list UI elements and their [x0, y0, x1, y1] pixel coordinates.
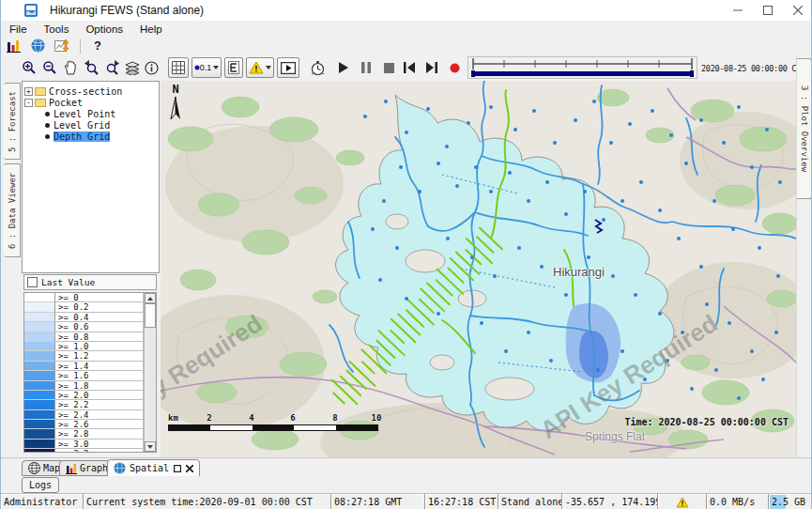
- legend-row[interactable]: >= 3.0: [24, 440, 144, 449]
- menu-help[interactable]: Help: [131, 23, 171, 36]
- legend-row[interactable]: >= 1.4: [24, 362, 144, 371]
- tree-item-depth-grid[interactable]: Depth Grid: [23, 131, 159, 142]
- folder-icon: [35, 99, 46, 107]
- legend-swatch: [24, 440, 55, 449]
- tree-item-cross-section[interactable]: + Cross-section: [23, 85, 159, 97]
- stop-button[interactable]: [380, 60, 397, 75]
- zoom-next-icon[interactable]: [102, 59, 121, 76]
- legend-row[interactable]: >= 1.2: [24, 351, 144, 361]
- tab-forecast[interactable]: 5 : Forecast: [4, 83, 21, 160]
- logs-button[interactable]: Logs: [22, 477, 59, 493]
- legend-swatch: [24, 410, 55, 420]
- last-frame-button[interactable]: [423, 60, 440, 75]
- scroll-down-button[interactable]: [145, 441, 156, 452]
- legend-row[interactable]: >= 1.6: [24, 371, 144, 380]
- help-icon[interactable]: ?: [86, 39, 109, 53]
- legend-label: >= 1.2: [55, 351, 144, 361]
- pan-hand-icon[interactable]: [61, 59, 80, 76]
- legend-row[interactable]: >= 2.6: [24, 420, 144, 429]
- timer-icon[interactable]: [307, 58, 328, 77]
- main-toolbar: ?: [1, 37, 812, 55]
- menu-tools[interactable]: Tools: [36, 23, 78, 36]
- scale-tick: 6: [290, 413, 295, 423]
- record-button[interactable]: [446, 60, 463, 75]
- menu-options[interactable]: Options: [77, 23, 131, 36]
- bullet-icon: [45, 112, 50, 116]
- legend-label: >= 3.2: [55, 449, 144, 453]
- globe-icon[interactable]: [25, 39, 50, 53]
- scroll-thumb[interactable]: [145, 303, 156, 328]
- legend-row[interactable]: >= 3.2: [24, 449, 144, 453]
- legend-swatch: [24, 449, 55, 453]
- app-icon: [24, 4, 38, 17]
- legend-row[interactable]: >= 2.2: [24, 400, 144, 409]
- warning-icon: [249, 61, 264, 74]
- scroll-up-button[interactable]: [145, 293, 156, 303]
- place-label-hikurangi: Hikurangi: [553, 265, 605, 279]
- interval-dropdown[interactable]: 0.1: [192, 57, 222, 78]
- menu-file[interactable]: File: [1, 23, 36, 36]
- minimize-button[interactable]: [723, 0, 753, 21]
- collapse-icon[interactable]: -: [24, 99, 33, 107]
- tree-item-label: Depth Grid: [54, 131, 110, 142]
- undock-tab-button[interactable]: [174, 465, 181, 472]
- checkbox-icon[interactable]: [27, 277, 38, 287]
- bar-chart-icon: [66, 463, 77, 474]
- spatial-display-icon[interactable]: [50, 39, 74, 53]
- tab-spatial[interactable]: Spatial: [107, 459, 200, 477]
- maximize-button[interactable]: [753, 0, 783, 21]
- zoom-previous-icon[interactable]: [82, 59, 100, 76]
- status-memory: 2.5 GB: [769, 494, 812, 509]
- legend-swatch: [24, 313, 55, 322]
- scale-tick: 2: [207, 413, 211, 423]
- status-local-time: 16:27:18 CST: [425, 494, 498, 509]
- pause-button[interactable]: [358, 60, 375, 75]
- last-value-checkbox[interactable]: Last Value: [23, 274, 157, 290]
- legend-row[interactable]: >= 2.0: [24, 391, 144, 400]
- tree-item-level-grid[interactable]: Level Grid: [23, 119, 159, 131]
- status-gmt-time: 08:27:18 GMT: [331, 494, 425, 509]
- zoom-in-icon[interactable]: [20, 59, 38, 76]
- legend-row[interactable]: >= 0.4: [24, 313, 144, 322]
- info-icon[interactable]: [142, 59, 161, 76]
- legend-row[interactable]: >= 0: [24, 293, 144, 302]
- timeseries-display-icon[interactable]: [1, 39, 25, 53]
- title-bar: Hikurangi FEWS (Stand alone): [1, 0, 812, 22]
- map-viewport[interactable]: N API Key Required API Key Required Hiku…: [161, 81, 796, 457]
- first-frame-button[interactable]: [401, 60, 418, 75]
- status-system-time: Current system time:2020-09-01 00:00 CST: [84, 494, 331, 509]
- timeline-slider[interactable]: [467, 56, 697, 83]
- grid-display-button[interactable]: [168, 57, 189, 78]
- close-button[interactable]: [783, 0, 812, 21]
- legend-row[interactable]: >= 2.8: [24, 429, 144, 439]
- tree-item-pocket[interactable]: - Pocket: [23, 97, 159, 108]
- tab-plot-overview[interactable]: 3 : Plot Overview: [797, 58, 812, 199]
- legend-row[interactable]: >= 1.8: [24, 381, 144, 391]
- scale-tick: 8: [332, 413, 337, 423]
- legend-scrollbar[interactable]: [144, 293, 156, 452]
- status-warning[interactable]: [658, 494, 707, 509]
- legend-row[interactable]: >= 2.4: [24, 410, 144, 420]
- layers-icon[interactable]: [123, 59, 142, 76]
- zoom-out-icon[interactable]: [40, 59, 59, 76]
- expand-icon[interactable]: +: [24, 87, 33, 96]
- legend-swatch: [24, 400, 55, 409]
- legend-row[interactable]: >= 1.0: [24, 342, 144, 351]
- legend-row[interactable]: >= 0.8: [24, 332, 144, 342]
- tree-item-level-point[interactable]: Level Point: [23, 108, 159, 119]
- tab-data-viewer[interactable]: 6 : Data Viewer: [4, 163, 21, 257]
- depth-legend: >= 0>= 0.2>= 0.4>= 0.6>= 0.8>= 1.0>= 1.2…: [23, 292, 157, 453]
- movie-export-button[interactable]: [277, 57, 299, 78]
- legend-row[interactable]: >= 0.6: [24, 322, 144, 332]
- labels-button[interactable]: [224, 57, 243, 78]
- status-mode: Stand alone: [498, 494, 562, 509]
- scale-tick: 10: [372, 413, 382, 423]
- tree-item-label: Level Point: [54, 109, 115, 119]
- tree-item-label: Cross-section: [49, 86, 122, 97]
- play-button[interactable]: [335, 60, 352, 75]
- legend-row[interactable]: >= 0.2: [24, 302, 144, 312]
- close-tab-button[interactable]: [186, 465, 193, 472]
- map-canvas: [161, 81, 796, 457]
- tree-item-label: Level Grid: [54, 120, 110, 131]
- warning-dropdown[interactable]: [246, 57, 274, 78]
